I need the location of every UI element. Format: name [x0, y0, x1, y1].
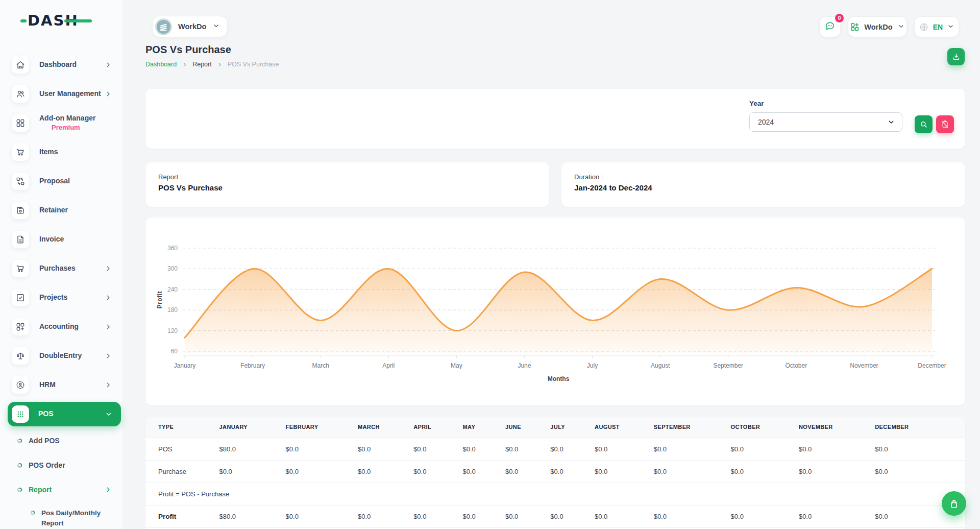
year-select[interactable]: 2024 [749, 112, 902, 132]
svg-text:October: October [785, 362, 807, 369]
value-cell: $0.0 [358, 505, 413, 527]
sidebar-item-user-management[interactable]: User Management [0, 79, 122, 108]
language-select[interactable]: EN [914, 16, 959, 37]
profit-chart-card: 36030024018012060JanuaryFebruaryMarchApr… [145, 218, 965, 405]
table-header-cell: TYPE [145, 417, 219, 438]
profit-formula-note: Profit = POS - Purchase [145, 483, 965, 505]
chevron-down-icon [897, 22, 905, 32]
sidebar-item-purchases[interactable]: Purchases [0, 254, 122, 283]
svg-text:September: September [713, 362, 743, 369]
chat-icon [824, 20, 836, 34]
sidebar-item-pos[interactable]: POS [8, 402, 121, 426]
value-cell: $0.0 [799, 505, 875, 527]
year-value: 2024 [758, 118, 887, 126]
topbar-actions: 0 WorkDo EN [819, 16, 959, 37]
table-row-pos: POS$80.0$0.0$0.0$0.0$0.0$0.0$0.0$0.0$0.0… [145, 438, 965, 460]
value-cell: $0.0 [286, 460, 358, 483]
value-cell: $0.0 [413, 438, 462, 460]
table-note-row: Profit = POS - Purchase [145, 483, 965, 505]
search-button[interactable] [915, 115, 933, 133]
value-cell: $0.0 [595, 460, 654, 483]
row-type-cell: Purchase [145, 460, 219, 483]
swap-icon [12, 173, 29, 190]
value-cell: $0.0 [595, 505, 654, 527]
value-cell: $0.0 [505, 460, 550, 483]
logo-accent-dash [20, 19, 27, 22]
app-logo[interactable]: DASH [28, 11, 79, 30]
premium-badge: Premium [39, 124, 112, 132]
sidebar-item-add-on-manager[interactable]: Add-on ManagerPremium [0, 108, 122, 137]
value-cell: $0.0 [654, 505, 731, 527]
posdots-icon [12, 405, 29, 423]
value-cell: $0.0 [731, 438, 799, 460]
report-label: Report : [158, 173, 536, 181]
sidebar-item-proposal[interactable]: Proposal [0, 166, 122, 196]
value-cell: $0.0 [219, 460, 286, 483]
sidebar-item-dashboard[interactable]: Dashboard [0, 50, 122, 79]
chevron-right-icon [182, 62, 187, 67]
scales-icon [12, 347, 29, 365]
workspace-select[interactable]: WorkDo [152, 16, 228, 37]
pos-vs-purchase-table-card: TYPEJANUARYFEBRUARYMARCHAPRILMAYJUNEJULY… [145, 417, 965, 529]
chevron-right-icon [104, 381, 112, 389]
hrm-icon [12, 376, 29, 394]
sidebar-item-doubleentry[interactable]: DoubleEntry [0, 341, 122, 370]
report-summary-card: Report : POS Vs Purchase [145, 162, 549, 207]
sidebar-nav: DashboardUser ManagementAdd-on ManagerPr… [0, 50, 122, 528]
download-button[interactable] [947, 48, 965, 65]
sidebar-subitem-pos-daily-monthly-report[interactable]: Pos Daily/Monthly Report [0, 502, 122, 528]
value-cell: $0.0 [413, 505, 462, 527]
chevron-right-icon [104, 264, 112, 273]
table-header-cell: FEBRUARY [286, 417, 358, 438]
sidebar-subitem-pos-order[interactable]: POS Order [0, 453, 122, 477]
page-title: POS Vs Purchase [145, 44, 231, 56]
value-cell: $0.0 [875, 460, 965, 483]
sidebar-item-accounting[interactable]: Accounting [0, 312, 122, 341]
ring-bullet-icon [31, 511, 35, 515]
grid-icon [12, 114, 29, 132]
sidebar-subitem-report[interactable]: Report [0, 477, 122, 502]
value-cell: $0.0 [550, 438, 595, 460]
table-header-cell: MARCH [358, 417, 413, 438]
profit-area-chart: 36030024018012060JanuaryFebruaryMarchApr… [145, 218, 965, 405]
svg-text:180: 180 [167, 306, 178, 314]
sidebar-item-projects[interactable]: Projects [0, 283, 122, 312]
sidebar-item-invoice[interactable]: Invoice [0, 225, 122, 254]
table-header-cell: NOVEMBER [799, 417, 875, 438]
sidebar-item-items[interactable]: Items [0, 137, 122, 166]
table-header-cell: DECEMBER [875, 417, 965, 438]
download-icon [952, 53, 961, 61]
svg-text:360: 360 [167, 245, 178, 252]
chevron-right-icon [217, 62, 223, 67]
svg-text:120: 120 [167, 327, 178, 334]
value-cell: $80.0 [219, 505, 286, 527]
svg-text:60: 60 [171, 348, 178, 355]
sidebar-item-retainer[interactable]: Retainer [0, 196, 122, 225]
save-icon [12, 202, 29, 219]
chevron-down-icon [887, 118, 895, 126]
breadcrumb-dashboard[interactable]: Dashboard [145, 61, 177, 68]
gridplus-icon [12, 318, 29, 335]
svg-text:August: August [651, 362, 670, 369]
sidebar-subitem-add-pos[interactable]: Add POS [0, 428, 122, 453]
value-cell: $0.0 [413, 460, 462, 483]
svg-text:April: April [382, 362, 395, 369]
chevron-right-icon [104, 352, 112, 360]
cart-icon [12, 143, 29, 161]
doc-icon [12, 231, 29, 248]
value-cell: $0.0 [358, 438, 413, 460]
pos-vs-purchase-table: TYPEJANUARYFEBRUARYMARCHAPRILMAYJUNEJULY… [145, 417, 965, 528]
pos-cart-fab[interactable] [942, 491, 966, 516]
value-cell: $0.0 [799, 438, 875, 460]
filter-card: Year 2024 [145, 89, 965, 149]
table-header-row: TYPEJANUARYFEBRUARYMARCHAPRILMAYJUNEJULY… [145, 417, 965, 438]
sidebar-item-hrm[interactable]: HRM [0, 370, 122, 399]
apps-menu-button[interactable]: WorkDo [848, 16, 907, 37]
table-header-cell: AUGUST [595, 417, 654, 438]
value-cell: $0.0 [799, 460, 875, 483]
messages-button[interactable]: 0 [819, 16, 841, 37]
breadcrumb-report[interactable]: Report [192, 61, 212, 68]
globe-icon [919, 22, 929, 32]
value-cell: $0.0 [462, 460, 505, 483]
reset-filter-button[interactable] [936, 115, 954, 133]
